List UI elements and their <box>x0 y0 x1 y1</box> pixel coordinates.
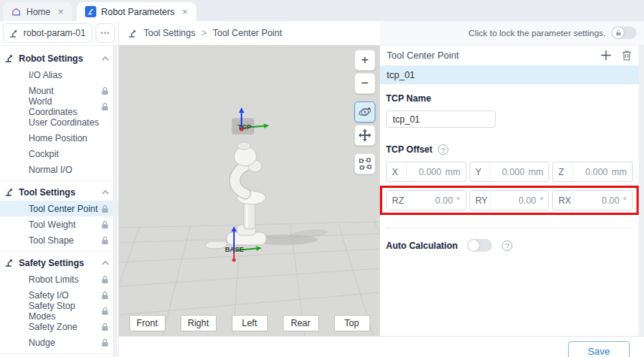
chevron-up-icon <box>102 190 109 195</box>
robot-3d-scene: TCP BASE <box>119 45 380 336</box>
orbit-icon <box>358 105 372 119</box>
sidebar-item-robot-limits[interactable]: Robot Limits <box>0 271 118 287</box>
more-options-button[interactable]: ••• <box>96 23 115 43</box>
sidebar-item-cockpit[interactable]: Cockpit <box>0 146 118 162</box>
sidebar-item-tool-shape[interactable]: Tool Shape <box>0 232 118 248</box>
panel-header: Tool Center Point <box>380 45 639 65</box>
save-button[interactable]: Save <box>568 341 630 357</box>
tcp-offset-help-icon[interactable]: ? <box>438 144 448 155</box>
offset-z-input[interactable] <box>573 167 609 177</box>
tcp-name-input[interactable] <box>386 110 496 128</box>
offset-ry-field: RY ° <box>469 190 550 210</box>
view-left-button[interactable]: Left <box>232 315 268 331</box>
base-frame-label: BASE <box>225 246 244 253</box>
param-file-selector[interactable]: robot-param-01 <box>3 23 93 43</box>
view-front-button[interactable]: Front <box>129 315 166 331</box>
sidebar-item-world-coordinates[interactable]: World Coordinates <box>0 98 118 114</box>
tab-robot-parameters-label: Robot Parameters <box>102 7 175 17</box>
tcp-offset-label: TCP Offset <box>386 144 433 155</box>
robot-section-icon <box>5 187 14 197</box>
section-tool-settings[interactable]: Tool Settings <box>0 183 118 201</box>
offset-rx-input[interactable] <box>573 195 621 206</box>
home-icon <box>11 7 21 17</box>
offset-xyz-row: X mm Y mm Z mm <box>386 162 633 182</box>
viewport-controls: + − <box>354 50 375 174</box>
lock-icon <box>101 338 109 347</box>
panel-scrollbar[interactable] <box>639 45 644 336</box>
zoom-in-button[interactable]: + <box>354 50 375 71</box>
tcp-frame-label: TCP <box>238 123 251 131</box>
measure-points-icon <box>359 158 372 171</box>
offset-y-field: Y mm <box>469 162 550 182</box>
offset-rx-field: RX ° <box>552 190 633 210</box>
lock-icon <box>101 204 109 213</box>
view-top-button[interactable]: Top <box>334 315 370 331</box>
robot-3d-viewport[interactable]: TCP BASE + − <box>119 45 380 336</box>
panel-title: Tool Center Point <box>387 50 459 61</box>
sidebar-divider <box>0 251 118 252</box>
offset-x-input[interactable] <box>407 167 443 177</box>
robot-section-icon <box>5 258 14 268</box>
delete-tcp-button[interactable] <box>621 50 632 61</box>
tab-bar: Home × Robot Parameters × <box>0 0 644 21</box>
orbit-rotate-button[interactable] <box>354 101 375 123</box>
breadcrumb-page: Tool Center Point <box>213 28 282 38</box>
view-right-button[interactable]: Right <box>181 315 217 331</box>
robot-breadcrumb-icon <box>128 29 138 38</box>
plus-icon <box>600 50 612 61</box>
sidebar-nav: Robot Settings I/O Alias Mount World Coo… <box>0 48 118 354</box>
sidebar-item-normal-io[interactable]: Normal I/O <box>0 162 118 177</box>
section-safety-settings[interactable]: Safety Settings <box>0 254 118 271</box>
section-title: Safety Settings <box>19 258 84 268</box>
tab-home[interactable]: Home × <box>3 2 72 21</box>
section-title: Tool Settings <box>19 187 75 198</box>
lock-icon <box>101 275 109 284</box>
sidebar-item-tool-weight[interactable]: Tool Weight <box>0 216 118 232</box>
lock-icon <box>101 236 109 245</box>
tab-home-close-icon[interactable]: × <box>58 7 64 17</box>
view-rear-button[interactable]: Rear <box>283 315 319 331</box>
robot-parameters-icon <box>85 6 96 17</box>
chevron-up-icon <box>102 261 109 265</box>
sidebar-item-home-position[interactable]: Home Position <box>0 130 118 146</box>
tab-robot-parameters-close-icon[interactable]: × <box>182 7 188 17</box>
lock-icon <box>101 220 109 229</box>
add-tcp-button[interactable] <box>600 50 612 61</box>
auto-calculation-help-icon[interactable]: ? <box>502 241 512 251</box>
breadcrumb: Tool Settings > Tool Center Point <box>119 21 380 45</box>
breadcrumb-section[interactable]: Tool Settings <box>144 28 196 38</box>
offset-x-field: X mm <box>386 162 466 182</box>
offset-rz-field: RZ ° <box>386 190 466 210</box>
tab-home-label: Home <box>26 7 50 17</box>
parameter-lock-toggle[interactable] <box>612 26 636 39</box>
lock-icon <box>101 102 109 111</box>
auto-calculation-label: Auto Calculation <box>386 241 457 251</box>
section-robot-settings[interactable]: Robot Settings <box>0 50 118 67</box>
unlock-icon <box>612 27 624 38</box>
rotation-highlight-box: RZ ° RY ° RX ° <box>380 186 639 215</box>
measure-button[interactable] <box>354 153 375 174</box>
trash-icon <box>621 50 632 61</box>
zoom-out-button[interactable]: − <box>354 73 375 94</box>
offset-ry-input[interactable] <box>491 195 538 206</box>
sidebar-item-tool-center-point[interactable]: Tool Center Point <box>0 201 118 216</box>
offset-z-field: Z mm <box>552 162 633 182</box>
sidebar-item-io-alias[interactable]: I/O Alias <box>0 67 118 83</box>
tcp-list-item-selected[interactable]: tcp_01 <box>380 65 639 84</box>
pan-button[interactable] <box>354 125 375 146</box>
auto-calculation-toggle[interactable] <box>467 239 492 252</box>
lock-icon <box>101 307 109 316</box>
tab-robot-parameters[interactable]: Robot Parameters × <box>77 2 196 21</box>
sidebar-scrollbar[interactable] <box>113 45 117 357</box>
footer: Save <box>119 336 644 357</box>
robot-section-icon <box>5 53 14 63</box>
lock-icon <box>101 291 109 300</box>
sidebar-item-safety-stop-modes[interactable]: Safety Stop Modes <box>0 303 118 319</box>
auto-calculation-row: Auto Calculation ? <box>386 239 633 252</box>
view-preset-buttons: Front Right Left Rear Top <box>119 315 380 331</box>
offset-rz-input[interactable] <box>407 195 454 206</box>
lock-icon <box>101 322 109 331</box>
robot-parameters-app: Home × Robot Parameters × <box>0 0 644 357</box>
sidebar-item-nudge[interactable]: Nudge <box>0 334 118 350</box>
offset-y-input[interactable] <box>491 167 527 177</box>
